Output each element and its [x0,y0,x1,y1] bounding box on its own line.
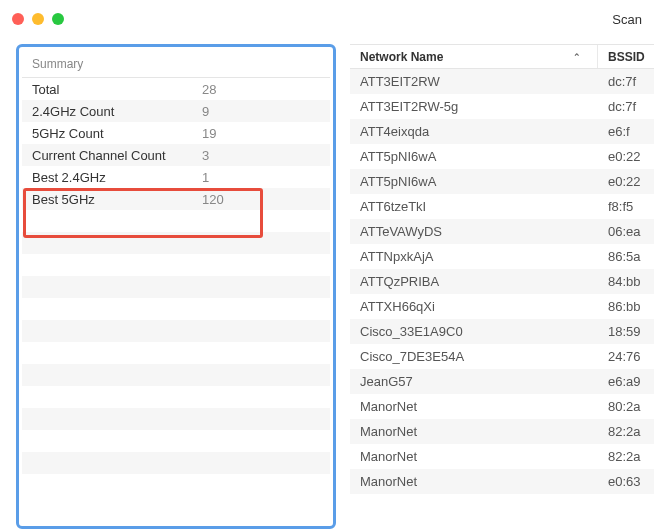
summary-row-value: 28 [202,82,216,97]
summary-empty-row [22,342,330,364]
summary-row-label: 2.4GHz Count [32,104,202,119]
network-bssid-cell: 80:2a [598,399,654,414]
summary-row-value: 19 [202,126,216,141]
network-row[interactable]: ATT6tzeTkIf8:f5 [350,194,654,219]
summary-row-label: 5GHz Count [32,126,202,141]
summary-row[interactable]: Total28 [22,78,330,100]
network-name-cell: Cisco_33E1A9C0 [350,324,598,339]
network-row[interactable]: ATTQzPRIBA84:bb [350,269,654,294]
summary-header[interactable]: Summary [22,50,330,78]
network-row[interactable]: Cisco_33E1A9C018:59 [350,319,654,344]
network-table-header: Network Name ⌃ BSSID [350,45,654,69]
summary-empty-row [22,364,330,386]
network-row[interactable]: JeanG57e6:a9 [350,369,654,394]
network-panel: Network Name ⌃ BSSID ATT3EIT2RWdc:7fATT3… [350,44,654,529]
network-row[interactable]: ATT5pNI6wAe0:22 [350,169,654,194]
network-bssid-cell: e0:22 [598,174,654,189]
network-name-cell: ManorNet [350,424,598,439]
summary-row[interactable]: Best 2.4GHz1 [22,166,330,188]
scan-label: Scan [612,12,642,27]
summary-row[interactable]: Best 5GHz120 [22,188,330,210]
bssid-header-label: BSSID [608,50,645,64]
network-bssid-cell: e6:f [598,124,654,139]
network-bssid-cell: 86:5a [598,249,654,264]
network-name-cell: ATT3EIT2RW [350,74,598,89]
network-bssid-cell: e0:22 [598,149,654,164]
summary-row-value: 9 [202,104,209,119]
network-bssid-cell: 18:59 [598,324,654,339]
network-bssid-cell: 06:ea [598,224,654,239]
summary-empty-row [22,254,330,276]
summary-empty-row [22,430,330,452]
network-bssid-cell: f8:f5 [598,199,654,214]
network-row[interactable]: ManorNet80:2a [350,394,654,419]
summary-header-label: Summary [32,57,83,71]
network-row[interactable]: ATT3EIT2RW-5gdc:7f [350,94,654,119]
column-header-bssid[interactable]: BSSID [598,45,654,68]
network-name-cell: ATT3EIT2RW-5g [350,99,598,114]
network-name-header-label: Network Name [360,50,443,64]
network-bssid-cell: 84:bb [598,274,654,289]
network-name-cell: ATT5pNI6wA [350,174,598,189]
network-bssid-cell: e0:63 [598,474,654,489]
network-name-cell: ATT5pNI6wA [350,149,598,164]
summary-row-value: 1 [202,170,209,185]
summary-row[interactable]: Current Channel Count3 [22,144,330,166]
network-row[interactable]: ManorNet82:2a [350,419,654,444]
network-name-cell: Cisco_7DE3E54A [350,349,598,364]
network-row[interactable]: ATTXH66qXi86:bb [350,294,654,319]
sort-ascending-icon: ⌃ [573,52,581,62]
summary-row-value: 3 [202,148,209,163]
summary-row[interactable]: 5GHz Count19 [22,122,330,144]
network-row[interactable]: Cisco_7DE3E54A24:76 [350,344,654,369]
network-name-cell: ManorNet [350,449,598,464]
summary-empty-row [22,276,330,298]
summary-empty-row [22,298,330,320]
minimize-window-button[interactable] [32,13,44,25]
summary-empty-row [22,474,330,496]
network-row[interactable]: ATTNpxkAjA86:5a [350,244,654,269]
network-row[interactable]: ATT4eixqdae6:f [350,119,654,144]
summary-empty-row [22,408,330,430]
network-name-cell: JeanG57 [350,374,598,389]
summary-row-label: Current Channel Count [32,148,202,163]
network-row[interactable]: ATT3EIT2RWdc:7f [350,69,654,94]
network-bssid-cell: 86:bb [598,299,654,314]
network-bssid-cell: dc:7f [598,99,654,114]
network-name-cell: ManorNet [350,474,598,489]
network-bssid-cell: 82:2a [598,424,654,439]
network-name-cell: ManorNet [350,399,598,414]
network-bssid-cell: 82:2a [598,449,654,464]
summary-empty-row [22,320,330,342]
summary-empty-row [22,232,330,254]
network-row[interactable]: ATTeVAWyDS06:ea [350,219,654,244]
network-name-cell: ATTNpxkAjA [350,249,598,264]
network-name-cell: ATT4eixqda [350,124,598,139]
network-row[interactable]: ManorNete0:63 [350,469,654,494]
network-name-cell: ATTXH66qXi [350,299,598,314]
network-row[interactable]: ManorNet82:2a [350,444,654,469]
summary-row-label: Best 5GHz [32,192,202,207]
close-window-button[interactable] [12,13,24,25]
network-bssid-cell: dc:7f [598,74,654,89]
summary-row-label: Best 2.4GHz [32,170,202,185]
column-header-network-name[interactable]: Network Name ⌃ [350,45,598,68]
summary-row-value: 120 [202,192,224,207]
network-bssid-cell: 24:76 [598,349,654,364]
summary-empty-row [22,452,330,474]
network-bssid-cell: e6:a9 [598,374,654,389]
window-titlebar: Scan [0,0,654,38]
network-name-cell: ATT6tzeTkI [350,199,598,214]
network-name-cell: ATTeVAWyDS [350,224,598,239]
summary-empty-row [22,386,330,408]
summary-row-label: Total [32,82,202,97]
network-row[interactable]: ATT5pNI6wAe0:22 [350,144,654,169]
summary-panel: Summary Total282.4GHz Count95GHz Count19… [16,44,336,529]
traffic-lights [12,13,64,25]
maximize-window-button[interactable] [52,13,64,25]
toolbar-scan-button[interactable]: Scan [612,0,642,38]
summary-row[interactable]: 2.4GHz Count9 [22,100,330,122]
network-name-cell: ATTQzPRIBA [350,274,598,289]
summary-empty-row [22,210,330,232]
